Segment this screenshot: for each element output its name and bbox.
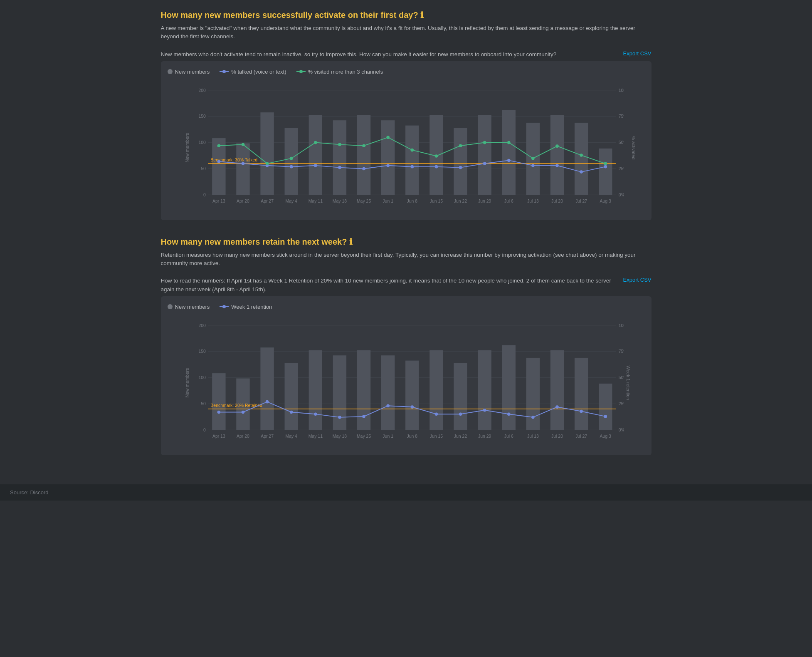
svg-point-124 xyxy=(338,416,341,419)
svg-point-132 xyxy=(531,416,535,419)
svg-text:Jun 29: Jun 29 xyxy=(478,434,491,439)
svg-text:Apr 13: Apr 13 xyxy=(212,434,225,439)
retention-legend: New members Week 1 retention xyxy=(168,304,645,310)
y-right-label-1: % activated xyxy=(631,136,636,160)
retention-title: How many new members retain the next wee… xyxy=(161,237,652,247)
svg-point-38 xyxy=(314,164,317,167)
svg-point-52 xyxy=(241,143,244,146)
svg-point-35 xyxy=(241,162,244,165)
legend-new-members-2: New members xyxy=(168,304,210,310)
svg-text:May 18: May 18 xyxy=(332,199,347,203)
legend-grey-dot-1 xyxy=(168,69,173,74)
svg-point-64 xyxy=(531,157,535,160)
svg-point-57 xyxy=(362,144,365,147)
svg-point-49 xyxy=(580,170,583,174)
svg-text:50: 50 xyxy=(201,166,206,171)
activation-chart-container: New members % talked (voice or text) % v… xyxy=(161,61,652,220)
svg-point-37 xyxy=(289,165,293,169)
retention-desc2: How to read the numbers: If April 1st ha… xyxy=(161,277,615,294)
svg-point-67 xyxy=(604,162,607,165)
retention-chart-area: New members Week 1 retention 0 50 100 15… xyxy=(188,316,624,450)
svg-text:0: 0 xyxy=(203,193,206,197)
svg-point-123 xyxy=(314,412,317,416)
svg-rect-27 xyxy=(502,110,515,195)
activation-desc2: New members who don't activate tend to r… xyxy=(161,50,615,59)
svg-rect-107 xyxy=(381,355,394,430)
svg-text:0%: 0% xyxy=(618,193,624,197)
svg-point-41 xyxy=(386,164,390,167)
svg-rect-23 xyxy=(405,125,419,195)
svg-rect-20 xyxy=(333,120,346,195)
svg-point-119 xyxy=(217,410,220,414)
svg-text:Apr 27: Apr 27 xyxy=(261,199,274,203)
svg-point-47 xyxy=(531,164,535,167)
svg-text:May 11: May 11 xyxy=(308,434,323,439)
svg-point-128 xyxy=(434,412,438,416)
legend-visited: % visited more than 3 channels xyxy=(296,69,383,75)
svg-rect-31 xyxy=(599,149,612,195)
svg-text:50: 50 xyxy=(201,402,206,406)
svg-point-127 xyxy=(410,405,414,409)
svg-point-61 xyxy=(459,144,462,147)
svg-text:100: 100 xyxy=(198,375,206,380)
svg-rect-26 xyxy=(478,115,491,195)
svg-point-42 xyxy=(410,165,414,169)
legend-green-line xyxy=(296,71,306,72)
svg-rect-16 xyxy=(236,143,249,195)
svg-text:Apr 20: Apr 20 xyxy=(237,434,249,439)
svg-point-51 xyxy=(217,144,220,147)
svg-rect-19 xyxy=(309,115,322,195)
svg-point-66 xyxy=(580,154,583,157)
svg-point-40 xyxy=(362,167,365,170)
legend-talked: % talked (voice or text) xyxy=(220,69,286,75)
y-right-label-2: Week 1 retention xyxy=(626,366,631,400)
svg-text:75%: 75% xyxy=(618,349,624,354)
activation-desc1: A new member is "activated" when they un… xyxy=(161,24,652,41)
svg-point-54 xyxy=(289,157,293,160)
activation-svg: 0 50 100 150 200 0% 25% 50% 75% 100% xyxy=(188,81,624,214)
svg-rect-18 xyxy=(284,128,298,195)
retention-chart-container: New members Week 1 retention New members… xyxy=(161,296,652,455)
retention-section: How many new members retain the next wee… xyxy=(161,237,652,455)
svg-rect-29 xyxy=(550,115,563,195)
svg-text:Jun 8: Jun 8 xyxy=(407,199,417,203)
svg-text:Apr 13: Apr 13 xyxy=(212,199,225,203)
legend-grey-dot-2 xyxy=(168,304,173,309)
svg-text:Jun 22: Jun 22 xyxy=(454,434,467,439)
activation-section: How many new members successfully activa… xyxy=(161,10,652,220)
svg-text:200: 200 xyxy=(198,88,206,92)
svg-text:0: 0 xyxy=(203,428,206,432)
svg-text:150: 150 xyxy=(198,349,206,354)
svg-text:Jul 27: Jul 27 xyxy=(575,434,587,439)
svg-text:Jul 6: Jul 6 xyxy=(504,434,513,439)
svg-text:50%: 50% xyxy=(618,375,624,380)
svg-text:Jun 1: Jun 1 xyxy=(383,199,393,203)
svg-text:0%: 0% xyxy=(618,428,624,432)
legend-new-members-1: New members xyxy=(168,69,210,75)
export-csv-link-2[interactable]: Export CSV xyxy=(623,277,652,283)
svg-text:Jun 1: Jun 1 xyxy=(383,434,393,439)
svg-point-46 xyxy=(507,159,510,162)
svg-text:100: 100 xyxy=(198,140,206,145)
svg-text:50%: 50% xyxy=(618,140,624,145)
export-csv-link-1[interactable]: Export CSV xyxy=(623,50,652,57)
svg-text:Jul 20: Jul 20 xyxy=(551,199,563,203)
svg-text:200: 200 xyxy=(198,323,206,327)
y-left-label-2: New members xyxy=(185,368,190,398)
svg-point-56 xyxy=(338,143,341,146)
legend-week1: Week 1 retention xyxy=(220,304,272,310)
svg-text:Jun 29: Jun 29 xyxy=(478,199,491,203)
svg-point-55 xyxy=(314,141,317,144)
svg-point-135 xyxy=(604,415,607,418)
svg-text:75%: 75% xyxy=(618,114,624,119)
svg-rect-104 xyxy=(309,350,322,430)
svg-point-125 xyxy=(362,415,365,418)
svg-rect-22 xyxy=(381,120,394,195)
svg-rect-17 xyxy=(260,112,274,195)
svg-text:Jul 20: Jul 20 xyxy=(551,434,563,439)
svg-text:May 4: May 4 xyxy=(285,199,297,203)
svg-point-62 xyxy=(483,141,486,144)
svg-text:150: 150 xyxy=(198,114,206,119)
svg-rect-100 xyxy=(212,373,225,430)
svg-point-44 xyxy=(459,166,462,169)
